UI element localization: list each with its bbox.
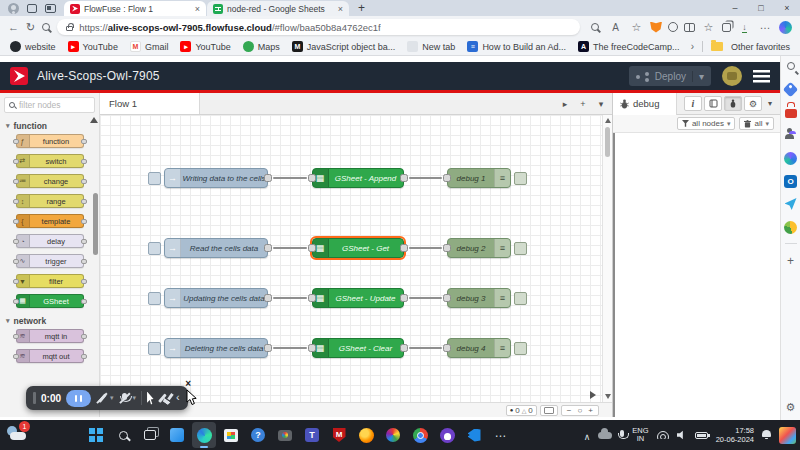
output-port[interactable] bbox=[400, 244, 408, 252]
start-taskbar-icon[interactable] bbox=[84, 422, 108, 448]
output-port[interactable] bbox=[400, 344, 408, 352]
menu-icon[interactable] bbox=[753, 70, 770, 83]
bookmark-item[interactable]: MGmail bbox=[130, 41, 169, 52]
add-flow-button[interactable]: + bbox=[575, 96, 591, 112]
close-button[interactable]: × bbox=[774, 0, 800, 16]
bookmark-item[interactable]: New tab bbox=[407, 41, 455, 52]
palette-node-trigger[interactable]: ∿trigger bbox=[16, 254, 84, 268]
browser-tab[interactable]: node-red - Google Sheets× bbox=[207, 1, 349, 16]
metamask-icon[interactable] bbox=[650, 22, 662, 33]
mcafee-taskbar-icon[interactable] bbox=[327, 422, 351, 448]
palette-node-change[interactable]: ≔change bbox=[16, 174, 84, 188]
zoom-icon[interactable] bbox=[587, 20, 602, 35]
hidden-icons-chevron[interactable] bbox=[584, 426, 591, 444]
firefox-taskbar-icon[interactable] bbox=[354, 422, 378, 448]
select-tool-icon[interactable] bbox=[147, 392, 156, 405]
favorites-bar-icon[interactable] bbox=[701, 20, 716, 35]
wifi-icon[interactable] bbox=[657, 431, 669, 439]
canvas-scroll-right-icon[interactable] bbox=[590, 391, 596, 399]
teams-taskbar-icon[interactable] bbox=[300, 422, 324, 448]
debug-node[interactable]: debug 3≡ bbox=[447, 288, 511, 308]
photos-taskbar-icon[interactable] bbox=[381, 422, 405, 448]
bookmark-item[interactable]: ≡How to Build an Ad... bbox=[467, 41, 566, 52]
annotation-off-button[interactable] bbox=[96, 391, 108, 405]
tab-close-icon[interactable]: × bbox=[195, 4, 200, 14]
debug-clear-button[interactable]: all bbox=[739, 117, 774, 130]
github-taskbar-icon[interactable] bbox=[435, 422, 459, 448]
palette-search-input[interactable]: filter nodes bbox=[4, 97, 95, 113]
add-icon[interactable] bbox=[784, 253, 798, 267]
downloads-icon[interactable] bbox=[737, 20, 752, 35]
debug-filter-button[interactable]: all nodes bbox=[677, 117, 736, 130]
shopping-icon[interactable] bbox=[784, 82, 798, 96]
deploy-caret-icon[interactable] bbox=[692, 71, 704, 82]
flowfuse-logo-icon[interactable] bbox=[10, 67, 28, 85]
inject-button[interactable] bbox=[148, 242, 161, 255]
more-taskbar-icon[interactable] bbox=[489, 422, 513, 448]
minimize-button[interactable]: – bbox=[722, 0, 748, 16]
zoom-in-button[interactable]: + bbox=[586, 406, 595, 415]
read-aloud-icon[interactable] bbox=[608, 20, 623, 35]
scrollbar-thumb[interactable] bbox=[605, 127, 610, 157]
inject-node[interactable]: →Updating the cells data bbox=[164, 288, 268, 308]
inject-node[interactable]: →Read the cells data bbox=[164, 238, 268, 258]
inject-button[interactable] bbox=[148, 342, 161, 355]
palette-node-switch[interactable]: ⇄switch bbox=[16, 154, 84, 168]
output-port[interactable] bbox=[400, 174, 408, 182]
palette-node-function[interactable]: ƒfunction bbox=[16, 134, 84, 148]
user-avatar[interactable] bbox=[722, 66, 742, 86]
debug-toggle-button[interactable] bbox=[514, 342, 527, 355]
tab-scroll-icon[interactable] bbox=[557, 96, 573, 112]
search-icon[interactable] bbox=[42, 21, 50, 33]
gsheet-node[interactable]: ▦GSheet - Append bbox=[312, 168, 404, 188]
info-button[interactable]: i bbox=[684, 96, 702, 111]
split-screen-icon[interactable] bbox=[684, 23, 695, 32]
more-icon[interactable] bbox=[758, 20, 773, 35]
palette-scrollbar[interactable] bbox=[93, 193, 98, 255]
volume-icon[interactable] bbox=[677, 430, 687, 440]
palette-node-GSheet[interactable]: ▦GSheet bbox=[16, 294, 84, 308]
palette-node-delay[interactable]: ◔delay bbox=[16, 234, 84, 248]
browser-tab[interactable]: FlowFuse : Flow 1× bbox=[64, 1, 206, 16]
address-bar[interactable]: https://alive-scops-owl-7905.flowfuse.cl… bbox=[57, 19, 580, 35]
deploy-button[interactable]: Deploy bbox=[629, 66, 711, 86]
inject-node[interactable]: →Deleting the cells data bbox=[164, 338, 268, 358]
palette-node-mqtt-out[interactable]: ≋mqtt out bbox=[16, 349, 84, 363]
bookmark-item[interactable]: MJavaScript object ba... bbox=[292, 41, 396, 52]
search-taskbar-icon[interactable] bbox=[111, 422, 135, 448]
eraser-tool-icon[interactable] bbox=[167, 392, 173, 399]
debug-toggle-button[interactable] bbox=[514, 292, 527, 305]
rewards-icon[interactable] bbox=[784, 128, 798, 142]
recorder-close-icon[interactable]: × bbox=[185, 378, 191, 389]
other-favorites-button[interactable]: Other favorites bbox=[731, 42, 790, 52]
drag-handle[interactable] bbox=[33, 392, 36, 404]
extension-icon[interactable] bbox=[668, 22, 678, 32]
weather-widget-icon[interactable]: 1 bbox=[5, 423, 31, 447]
debug-toggle-button[interactable] bbox=[514, 242, 527, 255]
new-tab-button[interactable]: + bbox=[350, 1, 373, 15]
debug-node[interactable]: debug 4≡ bbox=[447, 338, 511, 358]
vscode-taskbar-icon[interactable] bbox=[462, 422, 486, 448]
store-taskbar-icon[interactable] bbox=[219, 422, 243, 448]
bookmark-item[interactable]: ▸YouTube bbox=[180, 41, 230, 52]
zoom-out-button[interactable]: − bbox=[565, 406, 574, 415]
input-port[interactable] bbox=[443, 244, 451, 252]
clock[interactable]: 17:5820-06-2024 bbox=[716, 426, 754, 444]
camera-taskbar-icon[interactable] bbox=[273, 422, 297, 448]
bookmark-item[interactable]: ▸YouTube bbox=[68, 41, 118, 52]
inject-button[interactable] bbox=[148, 172, 161, 185]
sidebar-menu-caret-icon[interactable] bbox=[764, 96, 776, 111]
zoom-reset-button[interactable]: ○ bbox=[575, 406, 584, 415]
input-port[interactable] bbox=[443, 344, 451, 352]
widgets-taskbar-icon[interactable] bbox=[165, 422, 189, 448]
tab-close-icon[interactable]: × bbox=[338, 4, 343, 14]
settings-button[interactable]: ⚙ bbox=[744, 96, 762, 111]
flow-list-icon[interactable] bbox=[593, 96, 609, 112]
profile-avatar[interactable] bbox=[8, 3, 19, 14]
edge-taskbar-icon[interactable] bbox=[192, 422, 216, 448]
m365-icon[interactable] bbox=[784, 151, 798, 165]
collapse-icon[interactable]: ‹ bbox=[176, 391, 180, 403]
palette-node-mqtt-in[interactable]: ≋mqtt in bbox=[16, 329, 84, 343]
drop-icon[interactable] bbox=[784, 197, 798, 211]
games-icon[interactable] bbox=[784, 220, 798, 234]
